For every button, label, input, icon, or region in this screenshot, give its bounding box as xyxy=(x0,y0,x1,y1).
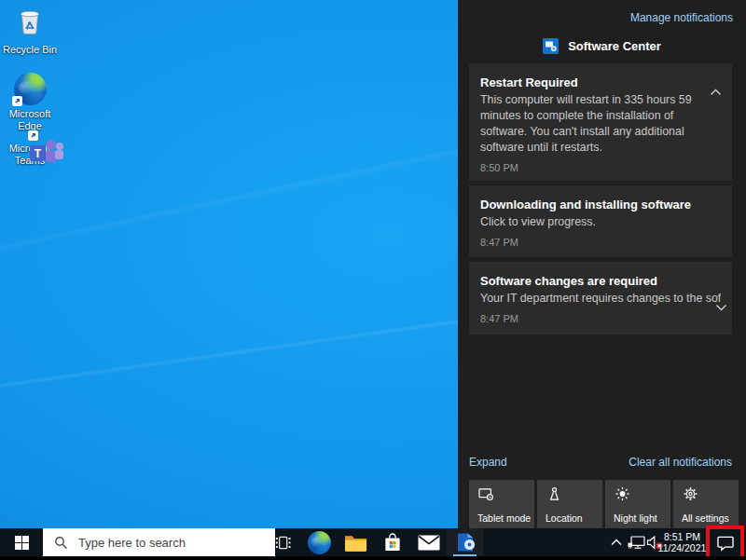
start-button[interactable] xyxy=(0,528,43,556)
notification-group-header[interactable]: Software Center xyxy=(458,38,746,54)
windows-desktop-screen: Recycle Bin Microsoft Edge T Microsoft T… xyxy=(0,0,746,560)
microsoft-store-icon xyxy=(382,532,403,553)
chevron-down-icon[interactable] xyxy=(715,298,727,306)
screen-bottom-edge xyxy=(0,556,746,560)
search-icon xyxy=(54,536,68,550)
notification-software-changes[interactable]: Software changes are required Your IT de… xyxy=(469,262,732,335)
notification-body: Click to view progress. xyxy=(480,214,721,230)
notification-title: Downloading and installing software xyxy=(480,198,721,212)
night-light-icon xyxy=(615,486,630,501)
desktop-icon-recycle-bin[interactable]: Recycle Bin xyxy=(0,4,60,56)
software-center-icon xyxy=(543,38,559,54)
quick-action-label: Tablet mode xyxy=(477,512,532,524)
notification-group-title: Software Center xyxy=(568,39,661,53)
action-center-footer: Expand Clear all notifications xyxy=(469,456,732,469)
network-tray-button[interactable] xyxy=(626,528,646,556)
search-input[interactable] xyxy=(76,535,267,551)
notification-title: Software changes are required xyxy=(480,274,721,288)
quick-action-night-light[interactable]: Night light xyxy=(605,480,670,528)
red-highlight-annotation xyxy=(706,526,744,560)
mail-icon xyxy=(418,535,440,551)
expand-link[interactable]: Expand xyxy=(469,456,507,469)
desktop-icon-label: Microsoft Edge xyxy=(0,108,60,131)
manage-notifications-link[interactable]: Manage notifications xyxy=(630,11,733,24)
action-center-panel: Manage notifications Software Center Res… xyxy=(458,0,746,528)
desktop-icon-microsoft-teams[interactable]: T Microsoft Teams xyxy=(0,140,60,166)
notification-body: This computer will restart in 335 hours … xyxy=(480,92,721,156)
quick-action-label: All settings xyxy=(682,512,737,524)
microsoft-store-button[interactable] xyxy=(374,528,410,556)
network-icon xyxy=(628,536,645,550)
notification-list: Restart Required This computer will rest… xyxy=(469,63,732,339)
quick-action-label: Location xyxy=(546,512,601,524)
notification-downloading[interactable]: Downloading and installing software Clic… xyxy=(469,185,732,257)
taskbar-clock[interactable]: 8:51 PM 11/24/2021 xyxy=(660,528,704,556)
quick-action-location[interactable]: Location xyxy=(537,480,602,528)
desktop-icon-label: Recycle Bin xyxy=(3,44,57,56)
chevron-up-icon[interactable] xyxy=(710,83,722,90)
show-hidden-icons-button[interactable] xyxy=(608,528,625,556)
shortcut-arrow-icon xyxy=(28,130,38,141)
recycle-bin-icon xyxy=(13,4,47,41)
action-center-icon xyxy=(716,535,735,552)
file-explorer-icon xyxy=(344,533,367,553)
edge-taskbar-button[interactable] xyxy=(301,528,338,556)
taskbar-search[interactable] xyxy=(43,528,275,556)
taskbar-app-icons xyxy=(265,528,483,556)
shortcut-arrow-icon xyxy=(12,96,22,106)
settings-gear-icon xyxy=(683,486,698,501)
notification-time: 8:47 PM xyxy=(480,237,721,248)
quick-action-tablet-mode[interactable]: Tablet mode xyxy=(469,480,534,528)
notification-body: Your IT department requires changes to t… xyxy=(480,291,721,307)
location-icon xyxy=(546,486,562,501)
edge-icon xyxy=(14,73,47,105)
quick-actions: Tablet mode Location xyxy=(469,480,739,528)
action-center-button[interactable] xyxy=(710,529,740,556)
notification-restart-required[interactable]: Restart Required This computer will rest… xyxy=(469,63,732,181)
edge-icon xyxy=(308,531,331,554)
task-view-button[interactable] xyxy=(265,528,301,556)
hidden-icons-chevron xyxy=(611,539,622,546)
quick-action-all-settings[interactable]: All settings xyxy=(673,480,739,528)
file-explorer-button[interactable] xyxy=(338,528,374,556)
quick-action-label: Night light xyxy=(614,512,669,524)
tablet-mode-icon xyxy=(478,486,494,501)
notification-title: Restart Required xyxy=(480,75,721,89)
clear-all-notifications-link[interactable]: Clear all notifications xyxy=(629,456,732,469)
notification-time: 8:47 PM xyxy=(480,313,721,324)
software-center-taskbar-button[interactable] xyxy=(447,528,483,556)
mail-button[interactable] xyxy=(410,528,447,556)
clock-time: 8:51 PM xyxy=(664,531,700,542)
software-center-icon xyxy=(454,531,477,553)
clock-date: 11/24/2021 xyxy=(658,542,707,553)
windows-logo-icon xyxy=(15,536,29,550)
notification-time: 8:50 PM xyxy=(480,162,721,173)
desktop-icon-microsoft-edge[interactable]: Microsoft Edge xyxy=(0,73,60,131)
task-view-icon xyxy=(273,533,293,553)
taskbar: 8:51 PM 11/24/2021 xyxy=(0,528,746,556)
